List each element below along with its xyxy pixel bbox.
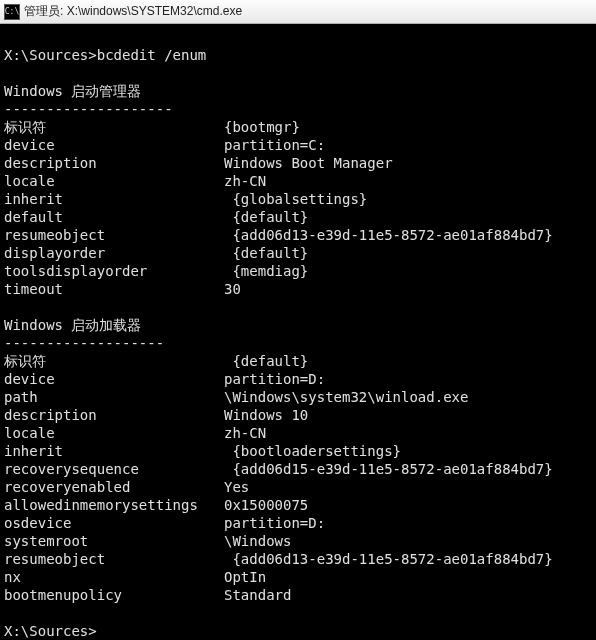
entry-value: OptIn (224, 568, 266, 586)
entry-key: 标识符 (4, 352, 224, 370)
bcd-entry: localezh-CN (4, 172, 596, 190)
bcd-entry: recoverysequence {add06d15-e39d-11e5-857… (4, 460, 596, 478)
entry-key: timeout (4, 280, 224, 298)
bcd-entry: devicepartition=D: (4, 370, 596, 388)
entry-key: locale (4, 172, 224, 190)
entry-value: {default} (224, 352, 308, 370)
entry-value: {default} (224, 208, 308, 226)
bcd-entry: allowedinmemorysettings0x15000075 (4, 496, 596, 514)
bcd-entry: descriptionWindows 10 (4, 406, 596, 424)
bcd-entry: 标识符 {default} (4, 352, 596, 370)
bcd-entry: nxOptIn (4, 568, 596, 586)
bcd-entry: resumeobject {add06d13-e39d-11e5-8572-ae… (4, 550, 596, 568)
entry-key: default (4, 208, 224, 226)
bcd-entry: resumeobject {add06d13-e39d-11e5-8572-ae… (4, 226, 596, 244)
entry-value: 0x15000075 (224, 496, 308, 514)
entry-key: toolsdisplayorder (4, 262, 224, 280)
entry-key: path (4, 388, 224, 406)
bcd-entry: timeout30 (4, 280, 596, 298)
entry-key: device (4, 370, 224, 388)
prompt-line: X:\Sources> (4, 622, 596, 640)
entry-key: nx (4, 568, 224, 586)
bcd-entry: toolsdisplayorder {memdiag} (4, 262, 596, 280)
entry-value: Windows Boot Manager (224, 154, 393, 172)
bcd-entry: recoveryenabledYes (4, 478, 596, 496)
entry-value: \Windows (224, 532, 291, 550)
bcd-entry: 标识符{bootmgr} (4, 118, 596, 136)
section-title: Windows 启动管理器 (4, 82, 596, 100)
entry-value: {add06d13-e39d-11e5-8572-ae01af884bd7} (224, 226, 553, 244)
entry-value: {memdiag} (224, 262, 308, 280)
entry-key: resumeobject (4, 226, 224, 244)
entry-value: 30 (224, 280, 241, 298)
window-titlebar[interactable]: C:\ 管理员: X:\windows\SYSTEM32\cmd.exe (0, 0, 596, 24)
entry-value: partition=D: (224, 370, 325, 388)
entry-key: 标识符 (4, 118, 224, 136)
prompt-line: X:\Sources>bcdedit /enum (4, 46, 596, 64)
entry-key: description (4, 406, 224, 424)
entry-value: Windows 10 (224, 406, 308, 424)
entry-key: inherit (4, 190, 224, 208)
bcd-entry: default {default} (4, 208, 596, 226)
entry-key: osdevice (4, 514, 224, 532)
entry-key: locale (4, 424, 224, 442)
entry-value: {add06d15-e39d-11e5-8572-ae01af884bd7} (224, 460, 553, 478)
entry-key: recoveryenabled (4, 478, 224, 496)
entry-value: Yes (224, 478, 249, 496)
entry-key: recoverysequence (4, 460, 224, 478)
bcd-entry: osdevicepartition=D: (4, 514, 596, 532)
entry-key: bootmenupolicy (4, 586, 224, 604)
bcd-entry: inherit {bootloadersettings} (4, 442, 596, 460)
divider: ------------------- (4, 334, 596, 352)
entry-value: {bootloadersettings} (224, 442, 401, 460)
entry-value: zh-CN (224, 172, 266, 190)
entry-value: {add06d13-e39d-11e5-8572-ae01af884bd7} (224, 550, 553, 568)
terminal-output[interactable]: X:\Sources>bcdedit /enum Windows 启动管理器 -… (0, 24, 596, 640)
entry-value: {bootmgr} (224, 118, 300, 136)
entry-value: Standard (224, 586, 291, 604)
divider: -------------------- (4, 100, 596, 118)
entry-key: description (4, 154, 224, 172)
entry-key: inherit (4, 442, 224, 460)
entry-value: partition=C: (224, 136, 325, 154)
entry-key: displayorder (4, 244, 224, 262)
window-title: 管理员: X:\windows\SYSTEM32\cmd.exe (24, 3, 242, 20)
entry-value: zh-CN (224, 424, 266, 442)
entry-value: partition=D: (224, 514, 325, 532)
entry-key: allowedinmemorysettings (4, 496, 224, 514)
cmd-icon: C:\ (4, 4, 20, 20)
section-title: Windows 启动加载器 (4, 316, 596, 334)
bcd-entry: path\Windows\system32\winload.exe (4, 388, 596, 406)
entry-key: systemroot (4, 532, 224, 550)
bcd-entry: displayorder {default} (4, 244, 596, 262)
bcd-entry: systemroot\Windows (4, 532, 596, 550)
bcd-entry: bootmenupolicyStandard (4, 586, 596, 604)
entry-key: device (4, 136, 224, 154)
entry-value: \Windows\system32\winload.exe (224, 388, 468, 406)
entry-value: {default} (224, 244, 308, 262)
bcd-entry: descriptionWindows Boot Manager (4, 154, 596, 172)
entry-value: {globalsettings} (224, 190, 367, 208)
bcd-entry: devicepartition=C: (4, 136, 596, 154)
bcd-entry: localezh-CN (4, 424, 596, 442)
bcd-entry: inherit {globalsettings} (4, 190, 596, 208)
entry-key: resumeobject (4, 550, 224, 568)
